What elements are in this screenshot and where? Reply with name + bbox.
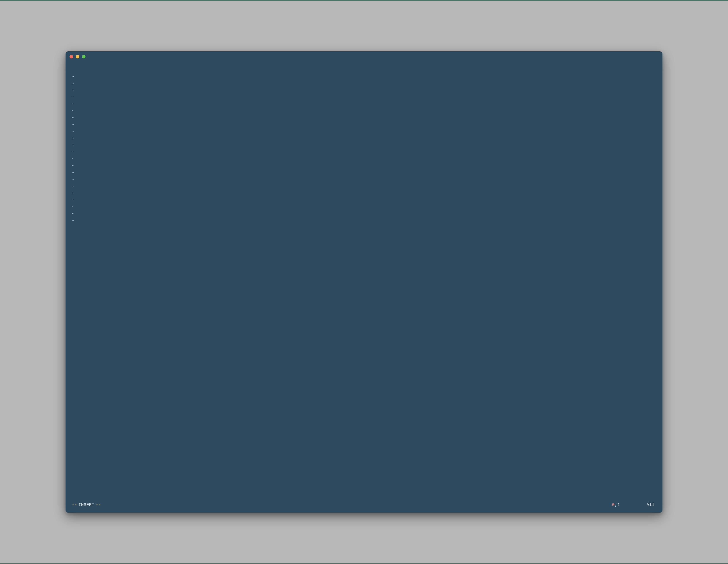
empty-line-marker: ~ (72, 204, 656, 211)
empty-line-marker: ~ (72, 80, 656, 87)
empty-line-marker: ~ (72, 101, 656, 108)
empty-line-marker: ~ (72, 190, 656, 197)
empty-line-marker: ~ (72, 142, 656, 149)
empty-line-marker: ~ (72, 149, 656, 156)
scroll-indicator: All (647, 502, 654, 507)
editor-area[interactable]: ~~~~~~~~~~~~~~~~~~~~~~ (66, 62, 662, 500)
editor-current-line[interactable] (72, 66, 656, 73)
close-window-button[interactable] (70, 55, 73, 58)
empty-line-marker: ~ (72, 176, 656, 183)
maximize-window-button[interactable] (82, 55, 85, 58)
status-line: -- INSERT -- 0,1 All (66, 500, 662, 513)
empty-line-marker: ~ (72, 169, 656, 176)
empty-line-marker: ~ (72, 217, 656, 224)
mode-label: INSERT (78, 502, 94, 507)
cursor-sep: , (615, 502, 617, 507)
cursor-col: 1 (617, 502, 620, 507)
minimize-window-button[interactable] (76, 55, 79, 58)
empty-line-marker: ~ (72, 211, 656, 217)
empty-line-marker: ~ (72, 73, 656, 80)
empty-line-marker: ~ (72, 108, 656, 114)
empty-line-marker: ~ (72, 114, 656, 121)
empty-line-marker: ~ (72, 197, 656, 204)
empty-line-marker: ~ (72, 135, 656, 142)
mode-dash-right: -- (96, 502, 101, 507)
cursor-row: 0 (612, 502, 615, 507)
empty-line-marker: ~ (72, 128, 656, 135)
empty-line-marker: ~ (72, 87, 656, 94)
empty-line-marker: ~ (72, 183, 656, 190)
titlebar (66, 51, 662, 62)
empty-line-marker: ~ (72, 94, 656, 101)
terminal-window: ~~~~~~~~~~~~~~~~~~~~~~ -- INSERT -- 0,1 … (66, 51, 662, 513)
buffer-lines: ~~~~~~~~~~~~~~~~~~~~~~ (72, 66, 656, 500)
empty-line-marker: ~ (72, 121, 656, 128)
empty-line-marker: ~ (72, 156, 656, 162)
mode-dash-left: -- (72, 502, 77, 507)
empty-line-marker: ~ (72, 162, 656, 169)
cursor-position: 0,1 (612, 502, 620, 507)
